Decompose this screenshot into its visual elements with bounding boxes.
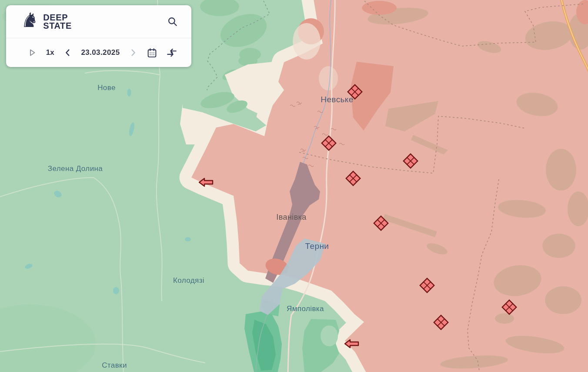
- chevron-left-icon: [63, 48, 73, 57]
- search-button[interactable]: [167, 16, 178, 27]
- clash-marker[interactable]: [372, 214, 390, 234]
- clash-marker[interactable]: [501, 298, 518, 318]
- date-display[interactable]: 23.03.2025: [81, 48, 120, 57]
- compare-button[interactable]: [166, 47, 177, 58]
- logo-line2: STATE: [43, 22, 72, 30]
- calendar-icon: [147, 47, 157, 58]
- clash-marker[interactable]: [402, 152, 419, 171]
- search-icon: [167, 16, 178, 27]
- deepstate-logo[interactable]: ♞ DEEP STATE: [21, 13, 72, 30]
- clash-marker[interactable]: [346, 83, 364, 102]
- control-panel: ♞ DEEP STATE 1x 23.03.2025: [6, 5, 191, 67]
- clash-marker[interactable]: [320, 134, 337, 154]
- play-button[interactable]: [27, 47, 37, 58]
- swap-arrows-icon: [166, 47, 177, 58]
- chess-knight-icon: ♞: [21, 11, 39, 29]
- clash-marker[interactable]: [432, 314, 450, 333]
- chevron-right-icon: [128, 48, 138, 57]
- next-day-button[interactable]: [128, 48, 138, 57]
- logo-line1: DEEP: [43, 13, 72, 22]
- clash-marker[interactable]: [418, 277, 436, 296]
- speed-button[interactable]: 1x: [46, 48, 54, 57]
- clash-marker[interactable]: [344, 170, 362, 189]
- logo-text: DEEP STATE: [43, 13, 72, 30]
- calendar-button[interactable]: [147, 47, 157, 58]
- play-icon: [27, 47, 37, 58]
- prev-day-button[interactable]: [63, 48, 73, 57]
